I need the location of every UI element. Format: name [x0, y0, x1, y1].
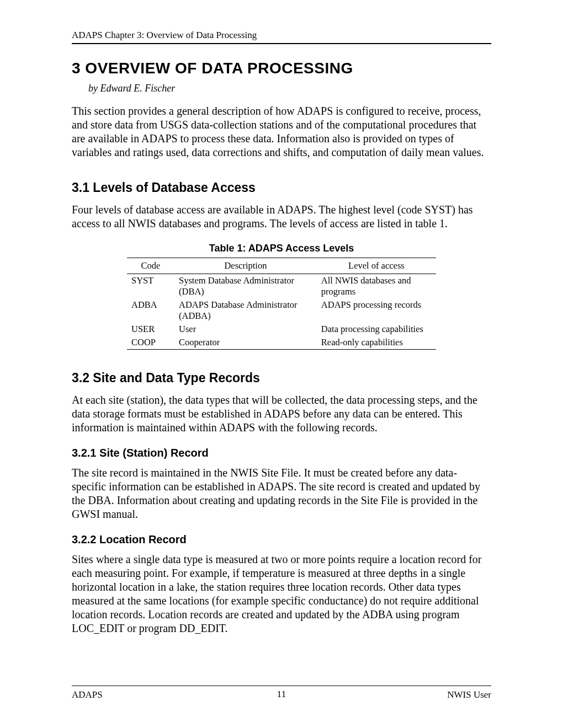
table-row: SYST System Database Administrator (DBA)… — [127, 274, 436, 299]
col-code: Code — [127, 258, 174, 274]
section-3-1-paragraph: Four levels of database access are avail… — [72, 203, 491, 231]
cell-level: Read-only capabilities — [317, 336, 436, 350]
table-row: USER User Data processing capabilities — [127, 323, 436, 336]
col-level: Level of access — [317, 258, 436, 274]
table-1-caption: Table 1: ADAPS Access Levels — [72, 243, 491, 254]
table-1: Code Description Level of access SYST Sy… — [127, 258, 436, 350]
section-3-2-heading: 3.2 Site and Data Type Records — [72, 371, 491, 386]
table-row: ADBA ADAPS Database Administrator (ADBA)… — [127, 298, 436, 323]
footer-page-number: 11 — [72, 689, 491, 700]
table-header-row: Code Description Level of access — [127, 258, 436, 274]
cell-level: Data processing capabilities — [317, 323, 436, 336]
access-levels-table: Code Description Level of access SYST Sy… — [127, 258, 436, 350]
section-3-2-paragraph: At each site (station), the data types t… — [72, 393, 491, 435]
cell-level: ADAPS processing records — [317, 298, 436, 323]
section-3-2-1-heading: 3.2.1 Site (Station) Record — [72, 447, 491, 459]
page: ADAPS Chapter 3: Overview of Data Proces… — [0, 0, 563, 728]
cell-desc: ADAPS Database Administrator (ADBA) — [174, 298, 317, 323]
section-3-1-heading: 3.1 Levels of Database Access — [72, 180, 491, 195]
page-footer: ADAPS NWIS User 11 — [72, 686, 491, 700]
table-row: COOP Cooperator Read-only capabilities — [127, 336, 436, 350]
byline: by Edward E. Fischer — [88, 83, 491, 94]
chapter-title: 3 OVERVIEW OF DATA PROCESSING — [72, 60, 491, 77]
col-description: Description — [174, 258, 317, 274]
cell-code: SYST — [127, 274, 174, 299]
footer-rule — [72, 686, 491, 686]
running-header: ADAPS Chapter 3: Overview of Data Proces… — [72, 30, 491, 44]
cell-code: USER — [127, 323, 174, 336]
cell-level: All NWIS databases and programs — [317, 274, 436, 299]
section-3-2-2-heading: 3.2.2 Location Record — [72, 533, 491, 546]
cell-code: COOP — [127, 336, 174, 350]
cell-desc: Cooperator — [174, 336, 317, 350]
section-3-2-2-paragraph: Sites where a single data type is measur… — [72, 553, 491, 635]
cell-desc: User — [174, 323, 317, 336]
section-3-2-1-paragraph: The site record is maintained in the NWI… — [72, 466, 491, 521]
intro-paragraph: This section provides a general descript… — [72, 104, 491, 159]
cell-code: ADBA — [127, 298, 174, 323]
cell-desc: System Database Administrator (DBA) — [174, 274, 317, 299]
